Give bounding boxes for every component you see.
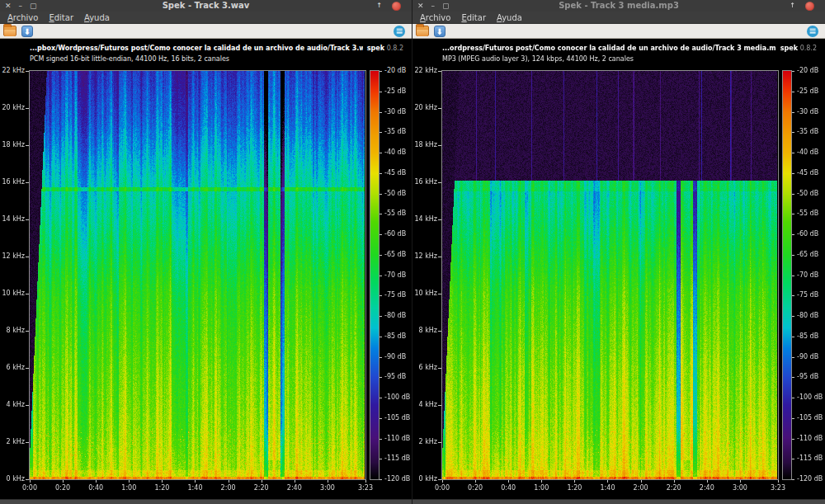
desktop: ✕ – ▢ Spek - Track 3.wav ↑ Archivo Edita… xyxy=(0,0,825,504)
freq-axis-label: 2 kHz xyxy=(411,439,437,445)
menu-ayuda[interactable]: Ayuda xyxy=(493,12,530,24)
time-axis-label: 3:23 xyxy=(358,485,373,492)
db-axis-tick xyxy=(380,112,382,113)
db-axis-tick xyxy=(380,357,382,358)
db-axis-label: -80 dB xyxy=(797,313,818,319)
db-axis-tick xyxy=(792,357,794,358)
panel-arrow-icon[interactable]: ↑ xyxy=(790,2,795,10)
freq-axis-label: 10 kHz xyxy=(411,290,437,297)
db-axis-label: -20 dB xyxy=(384,68,406,74)
db-axis-label: -50 dB xyxy=(797,191,818,197)
freq-axis-label: 8 kHz xyxy=(411,327,437,334)
spek-window-wav: ✕ – ▢ Spek - Track 3.wav ↑ Archivo Edita… xyxy=(0,0,412,504)
db-axis-tick xyxy=(380,71,382,72)
app-version: 0.8.2 xyxy=(387,45,403,52)
freq-axis-tick xyxy=(26,182,29,183)
time-axis-tick xyxy=(778,480,779,483)
db-axis-tick xyxy=(380,194,382,195)
hamburger-menu-icon[interactable]: ≡ xyxy=(807,26,818,37)
freq-axis-label: 10 kHz xyxy=(0,290,25,297)
time-axis-tick xyxy=(607,480,608,483)
db-axis-tick xyxy=(792,439,794,440)
app-name: spek xyxy=(367,45,384,52)
db-axis-label: -120 dB xyxy=(797,476,823,483)
time-axis-tick xyxy=(162,480,163,483)
panel-arrow-icon[interactable]: ↑ xyxy=(376,2,382,10)
db-axis-tick xyxy=(792,214,794,214)
time-axis-label: 0:40 xyxy=(501,485,516,492)
indicator-badge-icon[interactable] xyxy=(805,2,814,11)
spectrogram-canvas xyxy=(442,71,778,479)
time-axis-label: 2:40 xyxy=(700,485,714,492)
time-axis-tick xyxy=(541,480,542,483)
freq-axis-tick xyxy=(438,405,441,406)
time-axis-tick xyxy=(328,480,328,483)
file-path: ...ordpress/Futuros post/Como conocer la… xyxy=(442,45,776,54)
db-axis-label: -90 dB xyxy=(384,354,406,360)
window-title: Spek - Track 3 media.mp3 xyxy=(412,0,825,12)
db-axis-label: -55 dB xyxy=(797,210,818,217)
db-axis-label: -35 dB xyxy=(384,129,406,135)
db-axis-tick xyxy=(792,132,794,133)
time-axis-tick xyxy=(63,480,64,483)
db-axis-tick xyxy=(792,153,794,153)
save-spectrogram-icon[interactable]: ⬇ xyxy=(434,26,446,37)
spek-window-mp3: ✕ – ▢ Spek - Track 3 media.mp3 ↑ Archivo… xyxy=(412,0,825,504)
save-spectrogram-icon[interactable]: ⬇ xyxy=(21,26,33,37)
spectrogram-panel: ...pbox/Wordpress/Futuros post/Como cono… xyxy=(0,39,412,500)
time-axis-tick xyxy=(641,480,642,483)
time-axis-label: 1:20 xyxy=(567,485,582,492)
db-axis-tick xyxy=(380,234,382,235)
freq-axis-label: 18 kHz xyxy=(0,142,25,148)
open-file-icon[interactable] xyxy=(3,26,16,36)
open-file-icon[interactable] xyxy=(416,26,429,36)
hamburger-menu-icon[interactable]: ≡ xyxy=(394,26,405,37)
indicator-badge-icon[interactable] xyxy=(392,2,401,11)
db-axis-tick xyxy=(380,479,382,480)
time-axis-tick xyxy=(30,480,31,483)
time-axis-tick xyxy=(574,480,575,483)
db-axis-tick xyxy=(380,398,382,398)
db-axis-tick xyxy=(380,255,382,256)
freq-axis-tick xyxy=(26,257,29,257)
db-axis-tick xyxy=(792,316,794,317)
time-axis-label: 0:00 xyxy=(22,485,37,492)
db-axis-tick xyxy=(380,337,382,337)
time-axis-label: 0:00 xyxy=(435,485,450,492)
time-axis-label: 1:40 xyxy=(601,485,615,492)
db-axis-label: -70 dB xyxy=(384,272,406,279)
db-colorbar xyxy=(370,71,379,479)
db-axis-tick xyxy=(380,132,382,133)
file-path: ...pbox/Wordpress/Futuros post/Como cono… xyxy=(30,45,363,54)
db-axis-tick xyxy=(792,295,794,296)
time-axis-tick xyxy=(365,480,366,483)
format-description: MP3 (MPEG audio layer 3), 124 kbps, 4410… xyxy=(442,55,789,63)
menu-archivo[interactable]: Archivo xyxy=(4,12,45,24)
freq-axis-label: 14 kHz xyxy=(0,216,25,223)
time-axis-tick xyxy=(229,480,229,483)
time-axis-tick xyxy=(295,480,295,483)
menu-editar[interactable]: Editar xyxy=(45,12,81,24)
spectrogram-canvas xyxy=(30,71,365,479)
freq-axis-label: 0 kHz xyxy=(0,476,25,483)
db-axis-label: -25 dB xyxy=(384,88,406,95)
db-axis-label: -120 dB xyxy=(384,476,410,483)
time-axis-label: 1:00 xyxy=(121,485,136,492)
db-axis-tick xyxy=(380,276,382,276)
freq-axis-tick xyxy=(438,257,441,257)
db-axis-label: -75 dB xyxy=(797,292,818,299)
titlebar[interactable]: ✕ – ▢ Spek - Track 3.wav ↑ xyxy=(0,0,412,12)
menu-archivo[interactable]: Archivo xyxy=(417,12,458,24)
db-axis-label: -115 dB xyxy=(384,455,410,462)
toolbar: ⬇ ≡ xyxy=(0,24,412,39)
db-axis-label: -85 dB xyxy=(797,333,818,340)
time-axis-label: 2:00 xyxy=(634,485,648,492)
menu-editar[interactable]: Editar xyxy=(458,12,493,24)
titlebar[interactable]: ✕ – ▢ Spek - Track 3 media.mp3 ↑ xyxy=(412,0,825,12)
db-axis-label: -110 dB xyxy=(797,436,823,442)
freq-axis-tick xyxy=(26,219,29,220)
db-axis-label: -95 dB xyxy=(384,374,406,380)
time-axis-label: 1:00 xyxy=(534,485,549,492)
menu-ayuda[interactable]: Ayuda xyxy=(81,12,117,24)
freq-axis-tick xyxy=(438,294,441,294)
